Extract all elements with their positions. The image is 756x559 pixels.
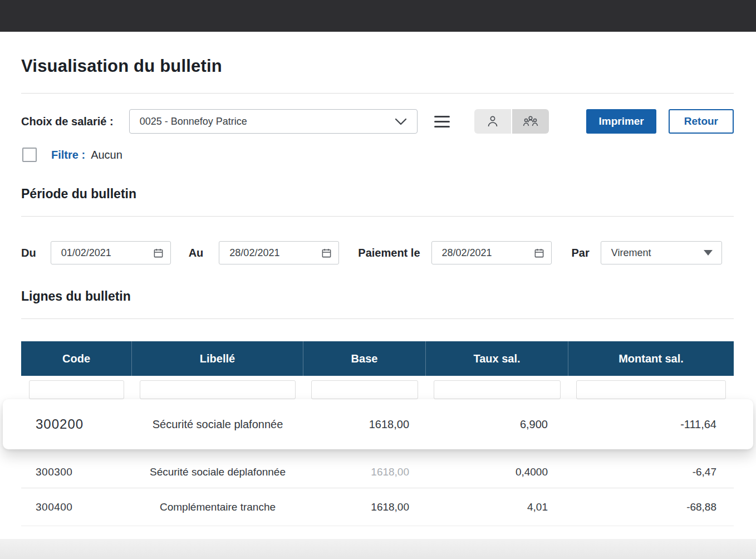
date-from-input[interactable]: 01/02/2021: [51, 241, 171, 264]
filter-input-libelle[interactable]: [140, 380, 296, 399]
cell-base: 1618,00: [303, 466, 426, 478]
column-header-code[interactable]: Code: [21, 341, 132, 376]
calendar-icon: [153, 248, 164, 258]
cell-montant: -68,88: [568, 501, 734, 513]
main-content: Visualisation du bulletin Choix de salar…: [0, 56, 756, 526]
payment-method-label: Par: [572, 247, 590, 259]
employee-controls-row: Choix de salarié : 0025 - Bonnefoy Patri…: [21, 109, 734, 134]
divider: [21, 93, 734, 94]
action-buttons: Imprimer Retour: [586, 109, 734, 134]
lines-heading: Lignes du bulletin: [21, 289, 734, 304]
top-bar: [0, 0, 756, 32]
payment-method-value: Virement: [611, 247, 651, 259]
print-button[interactable]: Imprimer: [586, 109, 656, 134]
single-employee-button[interactable]: [474, 109, 511, 134]
cell-taux: 4,01: [426, 501, 568, 513]
cell-base: 1618,00: [303, 418, 426, 431]
all-employees-button[interactable]: [512, 109, 549, 134]
cell-taux: 6,900: [426, 418, 568, 431]
menu-icon[interactable]: [434, 114, 450, 130]
date-to-input[interactable]: 28/02/2021: [219, 241, 339, 264]
date-to-value: 28/02/2021: [229, 247, 279, 259]
date-from-value: 01/02/2021: [61, 247, 111, 259]
person-icon: [487, 115, 499, 128]
cell-base: 1618,00: [303, 501, 426, 513]
column-header-taux[interactable]: Taux sal.: [426, 341, 568, 376]
filter-input-base[interactable]: [311, 380, 418, 399]
chevron-down-icon: [395, 118, 407, 125]
employee-select-label: Choix de salarié :: [21, 115, 114, 128]
filter-input-taux[interactable]: [434, 380, 561, 399]
divider: [21, 216, 734, 217]
cell-libelle: Sécurité sociale plafonnée: [132, 418, 303, 431]
period-fields-row: Du 01/02/2021 Au 28/02/2021 Paiement le …: [21, 241, 734, 264]
period-heading: Période du bulletin: [21, 187, 734, 202]
date-from-label: Du: [21, 247, 36, 259]
table-row[interactable]: 300300 Sécurité sociale déplafonnée 1618…: [21, 456, 734, 488]
table-row[interactable]: 300400 Complémentaire tranche 1618,00 4,…: [21, 488, 734, 526]
filter-row: Filtre : Aucun: [21, 148, 734, 162]
table-row-highlighted[interactable]: 300200 Sécurité sociale plafonnée 1618,0…: [3, 399, 753, 449]
dropdown-arrow-icon: [704, 250, 713, 256]
date-to-label: Au: [189, 247, 204, 259]
employee-select-value: 0025 - Bonnefoy Patrice: [140, 116, 247, 128]
column-header-montant[interactable]: Montant sal.: [568, 341, 734, 376]
cell-code: 300200: [21, 416, 132, 432]
cell-code: 300400: [21, 501, 132, 513]
cell-libelle: Complémentaire tranche: [132, 501, 303, 513]
filter-label: Filtre :: [51, 149, 85, 161]
filter-value: Aucun: [91, 149, 122, 161]
column-header-base[interactable]: Base: [303, 341, 426, 376]
cell-taux: 0,4000: [426, 466, 568, 478]
payment-date-value: 28/02/2021: [442, 247, 492, 259]
filter-input-montant[interactable]: [576, 380, 726, 399]
group-icon: [523, 115, 538, 128]
page-title: Visualisation du bulletin: [21, 56, 734, 76]
view-toggle-group: [474, 109, 549, 134]
calendar-icon: [534, 248, 544, 258]
filter-checkbox[interactable]: [22, 148, 37, 162]
calendar-icon: [321, 248, 332, 258]
payment-date-label: Paiement le: [358, 247, 420, 259]
cell-montant: -6,47: [568, 466, 734, 478]
bottom-strip: [0, 539, 756, 559]
table-header-row: Code Libellé Base Taux sal. Montant sal.: [21, 341, 734, 376]
divider: [21, 318, 734, 319]
back-button[interactable]: Retour: [669, 109, 734, 134]
payment-date-input[interactable]: 28/02/2021: [431, 241, 552, 264]
table-filter-row: [21, 376, 734, 401]
payment-method-select[interactable]: Virement: [601, 241, 722, 264]
filter-input-code[interactable]: [29, 380, 124, 399]
employee-select[interactable]: 0025 - Bonnefoy Patrice: [129, 109, 418, 134]
bulletin-lines-table: Code Libellé Base Taux sal. Montant sal.…: [21, 341, 734, 526]
cell-code: 300300: [21, 466, 132, 478]
cell-libelle: Sécurité sociale déplafonnée: [132, 466, 303, 478]
column-header-libelle[interactable]: Libellé: [132, 341, 303, 376]
cell-montant: -111,64: [568, 418, 734, 431]
